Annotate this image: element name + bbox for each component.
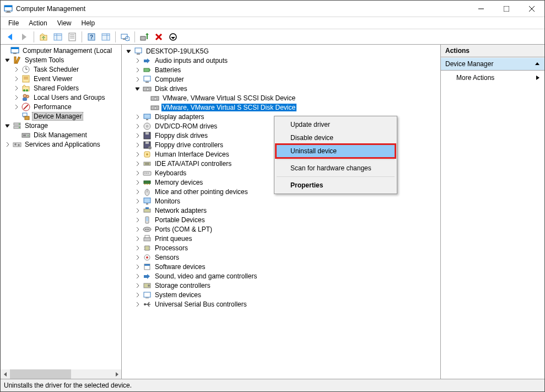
chevron-right-icon[interactable] [13, 85, 20, 91]
chevron-right-icon[interactable] [134, 264, 142, 270]
ctx-item-disable-device[interactable]: Disable device [276, 131, 395, 144]
svg-marker-69 [4, 372, 7, 377]
tree-root[interactable]: Computer Management (Local [1, 46, 121, 55]
device-category[interactable]: Sensors [122, 253, 440, 262]
tree-item-event-viewer[interactable]: Event Viewer [1, 74, 121, 83]
ctx-item-update-driver[interactable]: Update driver [276, 118, 395, 131]
device-category[interactable]: Print queues [122, 234, 440, 243]
chevron-right-icon[interactable] [134, 255, 142, 260]
chevron-right-icon[interactable] [13, 104, 20, 110]
scroll-left-icon[interactable] [1, 369, 10, 379]
chevron-right-icon[interactable] [13, 95, 20, 100]
tree-item-disk-management[interactable]: Disk Management [1, 130, 121, 139]
device-root[interactable]: DESKTOP-19ULK5G [122, 46, 440, 56]
chevron-right-icon[interactable] [134, 142, 142, 148]
tree-item-local-users[interactable]: Local Users and Groups [1, 93, 121, 102]
chevron-right-icon[interactable] [134, 236, 142, 241]
ctx-item-properties[interactable]: Properties [276, 179, 395, 192]
tree-item-task-scheduler[interactable]: Task Scheduler [1, 65, 121, 74]
help-button[interactable]: ? [85, 31, 98, 43]
tree-storage[interactable]: Storage [1, 121, 121, 130]
chevron-right-icon[interactable] [13, 67, 20, 72]
chevron-right-icon[interactable] [134, 189, 142, 195]
close-button[interactable] [519, 1, 544, 17]
chevron-down-icon[interactable] [125, 49, 133, 54]
scroll-track[interactable] [10, 369, 112, 379]
chevron-right-icon[interactable] [4, 142, 12, 147]
scroll-right-icon[interactable] [112, 369, 121, 379]
chevron-right-icon[interactable] [134, 67, 142, 73]
back-button[interactable] [4, 31, 16, 43]
chevron-right-icon[interactable] [134, 273, 142, 279]
up-button[interactable] [37, 31, 50, 43]
chevron-right-icon[interactable] [134, 114, 142, 120]
chevron-down-icon[interactable] [4, 57, 12, 63]
device-category[interactable]: Universal Serial Bus controllers [122, 299, 440, 309]
device-category[interactable]: Software devices [122, 262, 440, 271]
chevron-right-icon[interactable] [134, 161, 142, 167]
chevron-right-icon[interactable] [134, 227, 142, 232]
chevron-right-icon[interactable] [134, 180, 142, 185]
menu-action[interactable]: Action [24, 18, 51, 28]
menu-file[interactable]: File [4, 18, 23, 28]
forward-button[interactable] [18, 31, 30, 43]
chevron-down-icon[interactable] [134, 86, 142, 92]
uninstall-button[interactable] [153, 31, 165, 43]
horizontal-scrollbar[interactable] [1, 369, 121, 379]
device-label: Print queues [154, 235, 193, 243]
chevron-right-icon[interactable] [134, 152, 142, 157]
chevron-right-icon[interactable] [134, 58, 142, 63]
device-category[interactable]: Portable Devices [122, 215, 440, 224]
chevron-right-icon[interactable] [134, 123, 142, 129]
tree-system-tools[interactable]: System Tools [1, 55, 121, 65]
chevron-right-icon[interactable] [134, 208, 142, 213]
show-hide-action-pane-button[interactable] [100, 31, 112, 43]
scroll-thumb[interactable] [10, 369, 71, 379]
maximize-button[interactable] [494, 1, 519, 17]
chevron-right-icon[interactable] [134, 77, 142, 82]
actions-section[interactable]: Device Manager [441, 57, 544, 71]
menu-help[interactable]: Help [77, 18, 100, 28]
device-item[interactable]: VMware, VMware Virtual S SCSI Disk Devic… [122, 103, 440, 112]
device-category[interactable]: Processors [122, 243, 440, 253]
chevron-right-icon[interactable] [134, 292, 142, 298]
show-hide-console-tree-button[interactable] [52, 31, 64, 43]
svg-rect-36 [11, 47, 19, 49]
menu-view[interactable]: View [53, 18, 76, 28]
svg-point-135 [148, 284, 150, 287]
tree-item-performance[interactable]: Performance [1, 102, 121, 111]
svg-rect-78 [144, 76, 150, 81]
actions-link-more[interactable]: More Actions [441, 71, 544, 85]
disable-button[interactable] [167, 31, 179, 43]
chevron-right-icon[interactable] [134, 217, 142, 223]
device-category[interactable]: Disk drives [122, 84, 440, 93]
tree-item-shared-folders[interactable]: Shared Folders [1, 83, 121, 93]
chevron-right-icon[interactable] [134, 133, 142, 138]
device-category[interactable]: Ports (COM & LPT) [122, 224, 440, 234]
device-category[interactable]: System devices [122, 290, 440, 299]
scan-hardware-button[interactable] [119, 31, 131, 43]
device-label: Memory devices [154, 179, 204, 186]
device-category[interactable]: Storage controllers [122, 281, 440, 290]
device-category[interactable]: Network adapters [122, 206, 440, 215]
device-category[interactable]: Computer [122, 74, 440, 84]
chevron-right-icon[interactable] [134, 302, 142, 307]
chevron-right-icon[interactable] [134, 170, 142, 176]
chevron-right-icon[interactable] [13, 76, 20, 82]
minimize-button[interactable] [468, 1, 494, 17]
tree-services-apps[interactable]: Services and Applications [1, 139, 121, 149]
device-item[interactable]: VMware, VMware Virtual S SCSI Disk Devic… [122, 93, 440, 103]
chevron-down-icon[interactable] [4, 123, 12, 128]
chevron-right-icon[interactable] [134, 283, 142, 288]
device-category[interactable]: Sound, video and game controllers [122, 271, 440, 281]
tree-item-device-manager[interactable]: Device Manager [1, 111, 121, 121]
properties-button[interactable] [66, 31, 78, 43]
device-category[interactable]: Batteries [122, 65, 440, 74]
chevron-right-icon[interactable] [134, 198, 142, 204]
ctx-item-uninstall-device[interactable]: Uninstall device [276, 144, 395, 158]
device-category[interactable]: Audio inputs and outputs [122, 56, 440, 65]
update-driver-button[interactable] [138, 31, 150, 43]
ctx-item-scan-for-hardware-changes[interactable]: Scan for hardware changes [276, 162, 395, 175]
device-category[interactable]: Monitors [122, 196, 440, 206]
chevron-right-icon[interactable] [134, 245, 142, 251]
